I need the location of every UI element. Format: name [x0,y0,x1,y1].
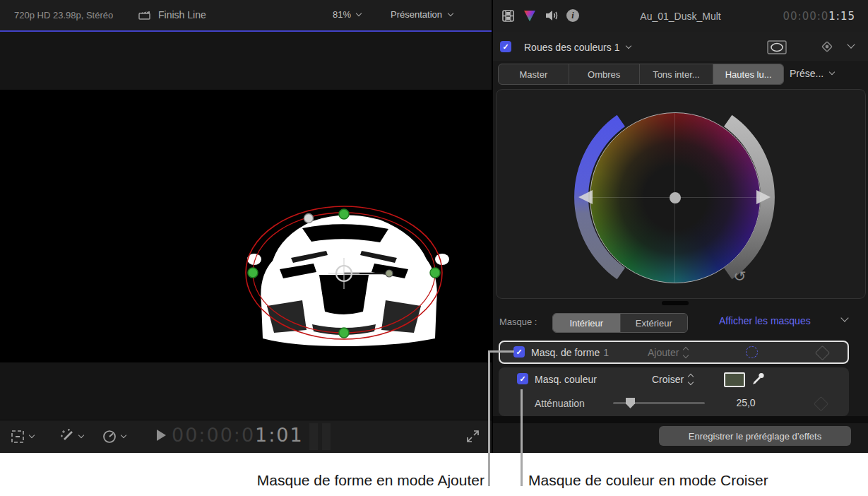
mask-bar-chevron-icon[interactable] [840,314,848,321]
viewer-pane: 720p HD 23.98p, Stéréo Finish Line 81% P… [0,0,492,453]
presets-menu[interactable]: Prése... [790,64,834,83]
shape-mask-blend-mode-menu[interactable]: Ajouter [648,347,688,358]
timeline-timecode[interactable]: 00:00:01:01 [172,424,304,446]
play-button[interactable] [157,430,166,441]
audio-meter-right[interactable] [322,423,331,450]
shape-mask-apply-icon[interactable] [767,40,787,54]
mask-outside-button[interactable]: Extérieur [621,314,688,332]
tab-master[interactable]: Master [499,64,569,84]
checkmark-icon: ✓ [516,348,522,357]
shape-mask-name: Masq. de forme 1 [531,347,609,358]
up-down-chevrons-icon [689,374,693,384]
crop-icon [10,429,25,444]
viewer-view-menu-label: Présentation [391,9,442,20]
shape-mask-row[interactable]: ✓ Masq. de forme 1 Ajouter [499,341,849,364]
color-inspector: i Au_01_Dusk_Mult 00:00:01:15 ✓ Roues de… [493,0,868,453]
callout-color-mask-label: Masque de couleur en mode Croiser [528,472,860,489]
chevron-down-icon [829,69,835,75]
inspector-header: i Au_01_Dusk_Mult 00:00:01:15 [493,0,868,32]
retime-speedometer-icon [102,429,117,444]
tab-ombres[interactable]: Ombres [569,64,640,84]
effect-collapse-chevron-icon[interactable] [847,40,855,48]
show-masks-link[interactable]: Afficher les masques [719,315,811,326]
save-preset-button[interactable]: Enregistrer le préréglage d’effets [659,426,851,446]
inspector-footer-divider [493,416,868,423]
enhance-tool-menu[interactable] [59,429,83,444]
wheel-side-sliders [497,90,867,300]
viewer-view-menu[interactable]: Présentation [391,9,453,20]
color-mask-checkbox[interactable]: ✓ [517,373,528,384]
color-mask-group: ✓ Masq. couleur Croiser Atténuation 25,0 [499,367,849,416]
color-mask-swatch[interactable] [724,372,745,387]
effect-name-menu[interactable]: Roues des couleurs 1 [524,42,631,53]
checkmark-icon: ✓ [519,374,525,384]
crop-tool-menu[interactable] [10,429,34,444]
fullscreen-icon[interactable] [466,430,480,443]
shape-mask-dashed-circle-icon[interactable] [746,346,758,358]
callout-line-color-vertical [521,389,523,486]
checkmark-icon: ✓ [502,42,509,52]
chevron-down-icon [78,432,84,438]
effects-keyframe-icon[interactable] [821,40,833,53]
clapperboard-icon [138,9,151,20]
viewer-toolbar: 00:00:01:01 [0,420,492,453]
color-wheel-panel: ↺ [496,89,866,299]
magic-wand-icon [59,429,75,444]
chevron-down-icon [356,10,362,16]
callout-shape-mask-label: Masque de forme en mode Ajouter [170,472,484,489]
final-cut-pro-window: 720p HD 23.98p, Stéréo Finish Line 81% P… [0,0,868,496]
tab-tons-intermediaires[interactable]: Tons inter... [640,64,714,84]
chevron-down-icon [626,43,631,49]
softness-value[interactable]: 25,0 [721,397,771,408]
up-down-chevrons-icon [684,348,688,358]
tab-hautes-lumieres[interactable]: Hautes lu... [713,64,783,84]
panel-resize-handle[interactable] [662,301,689,305]
video-content [0,90,492,362]
shape-mask-keyframe-icon[interactable] [815,346,830,360]
viewer-selection-divider [0,30,492,32]
softness-slider-thumb[interactable] [626,398,635,408]
softness-keyframe-icon[interactable] [814,396,828,411]
viewer-header: 720p HD 23.98p, Stéréo Finish Line 81% P… [0,0,492,30]
color-mask-blend-mode-menu[interactable]: Croiser [652,374,693,385]
mask-feather-handle [386,270,393,277]
wheel-reset-button[interactable]: ↺ [733,268,746,285]
chevron-down-icon [29,432,35,438]
viewer-clip-name: Finish Line [158,9,206,20]
inspector-timecode: 00:00:01:15 [783,10,855,23]
viewer-zoom-menu[interactable]: 81% [333,9,361,20]
mask-bar-label: Masque : [499,317,537,327]
effect-name: Roues des couleurs 1 [524,42,619,53]
viewer-format-info: 720p HD 23.98p, Stéréo [14,10,113,20]
color-range-tabs: Master Ombres Tons inter... Hautes lu... [498,64,784,85]
mask-view-bar: Masque : Intérieur Extérieur Afficher le… [493,309,868,335]
chevron-down-icon [121,432,126,438]
timecode-bright-digits: 1:15 [828,10,855,23]
callout-line-shape-vertical [488,350,490,486]
shape-mask-checkbox[interactable]: ✓ [513,346,525,358]
eyedropper-icon[interactable] [751,371,766,385]
mask-inside-outside-toggle: Intérieur Extérieur [552,313,688,333]
audio-meter-left[interactable] [309,423,318,450]
mask-rotation-handle [304,214,314,223]
softness-slider[interactable] [613,402,705,404]
presets-menu-label: Prése... [790,68,824,79]
retime-tool-menu[interactable] [102,429,126,444]
timecode-dim-digits: 00:00:0 [783,10,828,23]
softness-label: Atténuation [535,398,585,409]
timecode-dim-digits: 00:00:0 [172,424,255,446]
shape-mask-index: 1 [603,347,609,358]
mask-inside-button[interactable]: Intérieur [553,314,621,332]
video-frame [0,90,492,362]
callout-line-shape-horizontal [489,350,514,353]
effect-enable-checkbox[interactable]: ✓ [500,41,511,52]
timecode-bright-digits: 1:01 [255,424,304,446]
chevron-down-icon [448,10,453,16]
viewer-zoom-value: 81% [333,9,351,20]
color-mask-name: Masq. couleur [535,374,597,385]
effect-row: ✓ Roues des couleurs 1 [493,32,868,61]
